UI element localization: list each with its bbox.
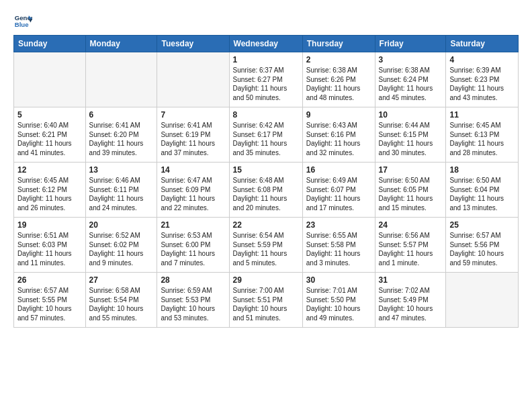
day-number: 15: [233, 165, 299, 175]
day-number: 30: [306, 275, 371, 285]
week-row-1: 5Sunrise: 6:40 AM Sunset: 6:21 PM Daylig…: [14, 107, 519, 163]
day-info: Sunrise: 6:50 AM Sunset: 6:05 PM Dayligh…: [379, 176, 443, 212]
day-number: 17: [379, 165, 443, 175]
day-info: Sunrise: 6:57 AM Sunset: 5:56 PM Dayligh…: [449, 231, 515, 267]
day-number: 14: [161, 165, 225, 175]
calendar-cell: 15Sunrise: 6:48 AM Sunset: 6:08 PM Dayli…: [229, 163, 302, 218]
day-number: 25: [449, 220, 515, 230]
calendar-cell: 4Sunrise: 6:39 AM Sunset: 6:23 PM Daylig…: [446, 52, 519, 107]
day-info: Sunrise: 6:55 AM Sunset: 5:58 PM Dayligh…: [306, 231, 371, 267]
calendar-cell: 19Sunrise: 6:51 AM Sunset: 6:03 PM Dayli…: [14, 218, 86, 273]
day-number: 11: [449, 110, 515, 120]
calendar-cell: 27Sunrise: 6:58 AM Sunset: 5:54 PM Dayli…: [85, 273, 157, 328]
calendar-cell: [157, 52, 229, 107]
col-header-tuesday: Tuesday: [157, 36, 229, 52]
day-info: Sunrise: 7:01 AM Sunset: 5:50 PM Dayligh…: [306, 286, 371, 322]
calendar-table: SundayMondayTuesdayWednesdayThursdayFrid…: [13, 35, 519, 328]
day-number: 9: [306, 110, 371, 120]
day-info: Sunrise: 6:43 AM Sunset: 6:16 PM Dayligh…: [306, 121, 371, 157]
day-number: 29: [233, 275, 299, 285]
calendar-cell: 23Sunrise: 6:55 AM Sunset: 5:58 PM Dayli…: [302, 218, 375, 273]
day-number: 7: [161, 110, 225, 120]
calendar-cell: 22Sunrise: 6:54 AM Sunset: 5:59 PM Dayli…: [229, 218, 302, 273]
calendar-cell: 20Sunrise: 6:52 AM Sunset: 6:02 PM Dayli…: [85, 218, 157, 273]
calendar-cell: [446, 273, 519, 328]
day-info: Sunrise: 6:38 AM Sunset: 6:24 PM Dayligh…: [379, 66, 443, 102]
calendar-header-row: SundayMondayTuesdayWednesdayThursdayFrid…: [14, 36, 519, 52]
day-info: Sunrise: 6:42 AM Sunset: 6:17 PM Dayligh…: [233, 121, 299, 157]
day-info: Sunrise: 6:46 AM Sunset: 6:11 PM Dayligh…: [89, 176, 154, 212]
calendar-cell: [85, 52, 157, 107]
calendar-cell: 17Sunrise: 6:50 AM Sunset: 6:05 PM Dayli…: [375, 163, 446, 218]
calendar-cell: 3Sunrise: 6:38 AM Sunset: 6:24 PM Daylig…: [375, 52, 446, 107]
day-info: Sunrise: 6:40 AM Sunset: 6:21 PM Dayligh…: [17, 121, 82, 157]
calendar-cell: 18Sunrise: 6:50 AM Sunset: 6:04 PM Dayli…: [446, 163, 519, 218]
day-info: Sunrise: 6:54 AM Sunset: 5:59 PM Dayligh…: [233, 231, 299, 267]
calendar-cell: 9Sunrise: 6:43 AM Sunset: 6:16 PM Daylig…: [302, 107, 375, 163]
day-info: Sunrise: 6:44 AM Sunset: 6:15 PM Dayligh…: [379, 121, 443, 157]
day-info: Sunrise: 6:37 AM Sunset: 6:27 PM Dayligh…: [233, 66, 299, 102]
calendar-cell: 13Sunrise: 6:46 AM Sunset: 6:11 PM Dayli…: [85, 163, 157, 218]
day-info: Sunrise: 6:53 AM Sunset: 6:00 PM Dayligh…: [161, 231, 225, 267]
week-row-3: 19Sunrise: 6:51 AM Sunset: 6:03 PM Dayli…: [14, 218, 519, 273]
day-number: 22: [233, 220, 299, 230]
day-info: Sunrise: 6:56 AM Sunset: 5:57 PM Dayligh…: [379, 231, 443, 267]
calendar-cell: 2Sunrise: 6:38 AM Sunset: 6:26 PM Daylig…: [302, 52, 375, 107]
week-row-0: 1Sunrise: 6:37 AM Sunset: 6:27 PM Daylig…: [14, 52, 519, 107]
day-number: 12: [17, 165, 82, 175]
day-info: Sunrise: 6:51 AM Sunset: 6:03 PM Dayligh…: [17, 231, 82, 267]
day-info: Sunrise: 6:41 AM Sunset: 6:19 PM Dayligh…: [161, 121, 225, 157]
calendar-cell: 24Sunrise: 6:56 AM Sunset: 5:57 PM Dayli…: [375, 218, 446, 273]
day-info: Sunrise: 6:41 AM Sunset: 6:20 PM Dayligh…: [89, 121, 154, 157]
day-number: 3: [379, 55, 443, 64]
day-number: 8: [233, 110, 299, 120]
day-info: Sunrise: 6:52 AM Sunset: 6:02 PM Dayligh…: [89, 231, 154, 267]
calendar-cell: 29Sunrise: 7:00 AM Sunset: 5:51 PM Dayli…: [229, 273, 302, 328]
day-info: Sunrise: 6:48 AM Sunset: 6:08 PM Dayligh…: [233, 176, 299, 212]
day-number: 1: [233, 55, 299, 64]
day-number: 31: [379, 275, 443, 285]
day-info: Sunrise: 6:39 AM Sunset: 6:23 PM Dayligh…: [449, 66, 515, 102]
logo: General Blue: [13, 11, 35, 30]
day-number: 2: [306, 55, 371, 64]
day-number: 20: [89, 220, 154, 230]
calendar-cell: 30Sunrise: 7:01 AM Sunset: 5:50 PM Dayli…: [302, 273, 375, 328]
calendar-cell: 28Sunrise: 6:59 AM Sunset: 5:53 PM Dayli…: [157, 273, 229, 328]
calendar-cell: [14, 52, 86, 107]
day-info: Sunrise: 7:00 AM Sunset: 5:51 PM Dayligh…: [233, 286, 299, 322]
calendar-cell: 7Sunrise: 6:41 AM Sunset: 6:19 PM Daylig…: [157, 107, 229, 163]
calendar-cell: 1Sunrise: 6:37 AM Sunset: 6:27 PM Daylig…: [229, 52, 302, 107]
day-number: 21: [161, 220, 225, 230]
day-info: Sunrise: 7:02 AM Sunset: 5:49 PM Dayligh…: [379, 286, 443, 322]
day-number: 13: [89, 165, 154, 175]
day-number: 23: [306, 220, 371, 230]
week-row-4: 26Sunrise: 6:57 AM Sunset: 5:55 PM Dayli…: [14, 273, 519, 328]
col-header-monday: Monday: [85, 36, 157, 52]
calendar-cell: 11Sunrise: 6:45 AM Sunset: 6:13 PM Dayli…: [446, 107, 519, 163]
calendar-cell: 5Sunrise: 6:40 AM Sunset: 6:21 PM Daylig…: [14, 107, 86, 163]
calendar-cell: 6Sunrise: 6:41 AM Sunset: 6:20 PM Daylig…: [85, 107, 157, 163]
calendar-cell: 26Sunrise: 6:57 AM Sunset: 5:55 PM Dayli…: [14, 273, 86, 328]
day-number: 18: [449, 165, 515, 175]
day-number: 4: [449, 55, 515, 64]
day-number: 27: [89, 275, 154, 285]
day-number: 6: [89, 110, 154, 120]
svg-text:Blue: Blue: [15, 21, 29, 28]
calendar-cell: 16Sunrise: 6:49 AM Sunset: 6:07 PM Dayli…: [302, 163, 375, 218]
logo-icon: General Blue: [13, 11, 32, 30]
day-number: 16: [306, 165, 371, 175]
page-container: General Blue SundayMondayTuesdayWednesda…: [0, 0, 532, 334]
day-info: Sunrise: 6:45 AM Sunset: 6:13 PM Dayligh…: [449, 121, 515, 157]
calendar-cell: 21Sunrise: 6:53 AM Sunset: 6:00 PM Dayli…: [157, 218, 229, 273]
day-info: Sunrise: 6:47 AM Sunset: 6:09 PM Dayligh…: [161, 176, 225, 212]
week-row-2: 12Sunrise: 6:45 AM Sunset: 6:12 PM Dayli…: [14, 163, 519, 218]
calendar-cell: 31Sunrise: 7:02 AM Sunset: 5:49 PM Dayli…: [375, 273, 446, 328]
calendar-cell: 8Sunrise: 6:42 AM Sunset: 6:17 PM Daylig…: [229, 107, 302, 163]
col-header-saturday: Saturday: [446, 36, 519, 52]
calendar-cell: 10Sunrise: 6:44 AM Sunset: 6:15 PM Dayli…: [375, 107, 446, 163]
col-header-wednesday: Wednesday: [229, 36, 302, 52]
calendar-cell: 12Sunrise: 6:45 AM Sunset: 6:12 PM Dayli…: [14, 163, 86, 218]
day-info: Sunrise: 6:59 AM Sunset: 5:53 PM Dayligh…: [161, 286, 225, 322]
day-number: 19: [17, 220, 82, 230]
day-number: 28: [161, 275, 225, 285]
